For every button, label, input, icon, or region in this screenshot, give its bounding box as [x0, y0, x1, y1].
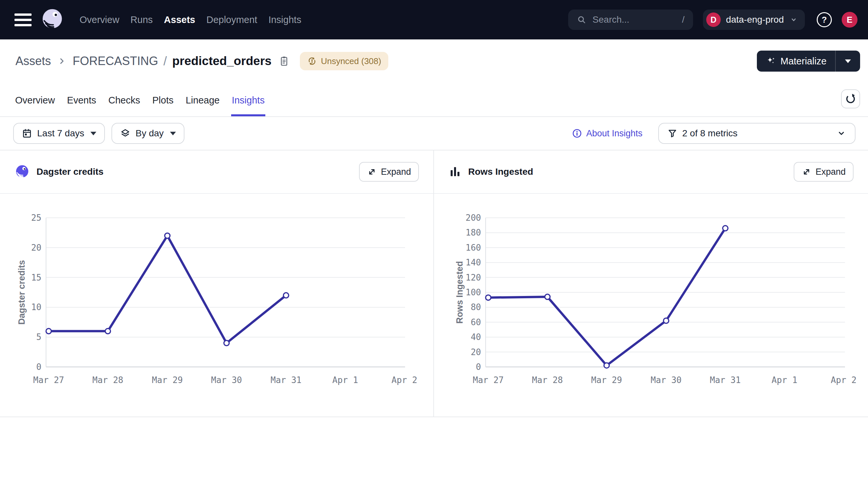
- breadcrumb-assets-link[interactable]: Assets: [15, 54, 51, 68]
- svg-text:Rows Ingested: Rows Ingested: [455, 261, 464, 324]
- expand-icon: [802, 167, 812, 177]
- breadcrumb-separator: /: [163, 54, 167, 68]
- svg-text:Mar 30: Mar 30: [211, 375, 242, 385]
- rows-ingested-line-chart[interactable]: 020406080100120140160180200Mar 27Mar 28M…: [434, 194, 868, 417]
- metrics-filter-select[interactable]: 2 of 8 metrics: [658, 123, 855, 144]
- svg-text:140: 140: [465, 258, 481, 267]
- question-icon: ?: [822, 15, 827, 25]
- expand-label: Expand: [815, 167, 846, 177]
- breadcrumb-chevron-icon: [57, 56, 67, 66]
- search-text-field[interactable]: [592, 14, 661, 25]
- dagster-credits-panel: Dagster credits Expand 0510152025Mar 27M…: [0, 150, 434, 417]
- search-input[interactable]: /: [568, 10, 693, 30]
- expand-button[interactable]: Expand: [794, 162, 854, 182]
- svg-text:20: 20: [31, 243, 41, 253]
- insights-filters-row: Last 7 days By day About Insights 2 of 8…: [0, 117, 868, 150]
- materialize-button[interactable]: Materialize: [757, 51, 835, 71]
- granularity-label: By day: [136, 128, 164, 139]
- search-icon: [577, 15, 587, 25]
- svg-text:Apr 2: Apr 2: [392, 375, 417, 385]
- help-button[interactable]: ?: [817, 12, 832, 27]
- user-initial: E: [847, 15, 852, 25]
- svg-text:20: 20: [471, 347, 481, 357]
- svg-text:Mar 30: Mar 30: [651, 375, 681, 385]
- nav-item-overview[interactable]: Overview: [79, 14, 119, 25]
- breadcrumb-group-link[interactable]: FORECASTING: [73, 54, 158, 68]
- svg-text:Dagster credits: Dagster credits: [17, 260, 27, 325]
- search-shortcut-hint: /: [682, 14, 685, 25]
- svg-text:Mar 31: Mar 31: [710, 375, 741, 385]
- metrics-filter-label: 2 of 8 metrics: [682, 128, 738, 139]
- breadcrumb-asset-name: predicted_orders: [172, 54, 271, 68]
- tab-overview[interactable]: Overview: [14, 95, 55, 116]
- funnel-icon: [667, 129, 677, 138]
- time-range-label: Last 7 days: [37, 128, 84, 139]
- svg-text:Mar 28: Mar 28: [532, 375, 563, 385]
- info-icon: [572, 128, 582, 139]
- svg-text:Mar 31: Mar 31: [271, 375, 302, 385]
- svg-text:Mar 29: Mar 29: [152, 375, 183, 385]
- workspace-switcher[interactable]: D data-eng-prod: [703, 10, 805, 30]
- tab-checks[interactable]: Checks: [108, 95, 141, 116]
- materialize-split-button: Materialize: [757, 51, 860, 71]
- materialize-options-button[interactable]: [836, 51, 860, 71]
- about-insights-link[interactable]: About Insights: [570, 128, 644, 139]
- caret-down-icon: [845, 60, 851, 63]
- expand-button[interactable]: Expand: [359, 162, 419, 182]
- svg-text:Apr 1: Apr 1: [772, 375, 797, 385]
- top-navigation-bar: Overview Runs Assets Deployment Insights…: [0, 0, 868, 39]
- time-range-filter[interactable]: Last 7 days: [13, 123, 105, 144]
- octopus-logo-icon: [40, 8, 64, 32]
- granularity-filter[interactable]: By day: [112, 123, 184, 144]
- primary-nav: Overview Runs Assets Deployment Insights: [79, 14, 301, 25]
- svg-text:Apr 1: Apr 1: [332, 375, 358, 385]
- tab-insights[interactable]: Insights: [231, 95, 265, 116]
- svg-text:160: 160: [465, 243, 481, 253]
- copy-asset-name-button[interactable]: [278, 55, 290, 67]
- svg-text:100: 100: [465, 287, 481, 297]
- svg-text:25: 25: [31, 213, 41, 223]
- expand-label: Expand: [381, 167, 411, 177]
- sync-alert-icon: [307, 56, 317, 66]
- refresh-button[interactable]: [841, 89, 860, 108]
- svg-text:60: 60: [471, 317, 481, 327]
- rows-ingested-panel: Rows Ingested Expand 0204060801001201401…: [434, 150, 868, 417]
- hamburger-icon: [14, 13, 31, 16]
- svg-text:180: 180: [465, 228, 481, 237]
- svg-text:Mar 28: Mar 28: [92, 375, 123, 385]
- dagster-logo[interactable]: [40, 8, 64, 32]
- chart-area: 0510152025Mar 27Mar 28Mar 29Mar 30Mar 31…: [0, 194, 433, 417]
- svg-text:15: 15: [31, 273, 41, 283]
- svg-text:200: 200: [465, 213, 481, 223]
- asset-tabs-row: Overview Events Checks Plots Lineage Ins…: [0, 83, 868, 117]
- tab-plots[interactable]: Plots: [152, 95, 174, 116]
- workspace-initial-badge: D: [706, 12, 721, 27]
- nav-item-deployment[interactable]: Deployment: [206, 14, 257, 25]
- svg-text:80: 80: [471, 302, 481, 312]
- svg-text:Mar 27: Mar 27: [33, 375, 64, 385]
- layers-icon: [120, 128, 130, 139]
- tab-lineage[interactable]: Lineage: [185, 95, 220, 116]
- svg-text:40: 40: [471, 332, 481, 342]
- dagster-credits-line-chart[interactable]: 0510152025Mar 27Mar 28Mar 29Mar 30Mar 31…: [0, 194, 434, 417]
- calendar-icon: [22, 128, 32, 139]
- tab-events[interactable]: Events: [66, 95, 97, 116]
- svg-text:0: 0: [476, 362, 481, 372]
- nav-item-assets[interactable]: Assets: [164, 14, 195, 25]
- asset-page-header: Assets FORECASTING / predicted_orders: [0, 39, 868, 83]
- materialize-label: Materialize: [780, 56, 827, 67]
- chart-title: Dagster credits: [37, 167, 104, 177]
- caret-down-icon: [90, 132, 96, 135]
- svg-text:Apr 2: Apr 2: [831, 375, 856, 385]
- clipboard-icon: [278, 55, 290, 67]
- sparkle-icon: [765, 56, 776, 66]
- unsynced-status-badge[interactable]: Unsynced (308): [300, 52, 388, 70]
- caret-down-icon: [170, 132, 176, 135]
- user-avatar[interactable]: E: [842, 12, 857, 28]
- nav-item-runs[interactable]: Runs: [130, 14, 153, 25]
- asset-tabs: Overview Events Checks Plots Lineage Ins…: [14, 83, 265, 116]
- hamburger-menu-button[interactable]: [14, 13, 31, 26]
- expand-icon: [367, 167, 377, 177]
- svg-text:Mar 29: Mar 29: [591, 375, 622, 385]
- nav-item-insights[interactable]: Insights: [268, 14, 301, 25]
